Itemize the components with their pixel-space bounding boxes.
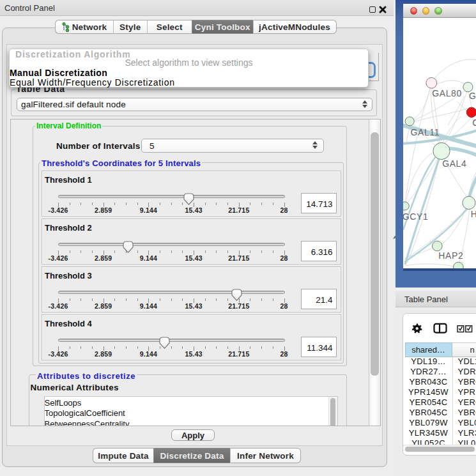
svg-text:G.: G. (469, 91, 476, 101)
svg-text:GAL4: GAL4 (442, 158, 466, 169)
svg-text:H: H (471, 209, 476, 219)
svg-text:GCY1: GCY1 (403, 211, 428, 222)
svg-text:GAL11: GAL11 (411, 127, 440, 137)
svg-text:C: C (472, 118, 476, 128)
svg-text:HAP2: HAP2 (438, 250, 463, 261)
svg-text:GAL80: GAL80 (432, 88, 462, 98)
